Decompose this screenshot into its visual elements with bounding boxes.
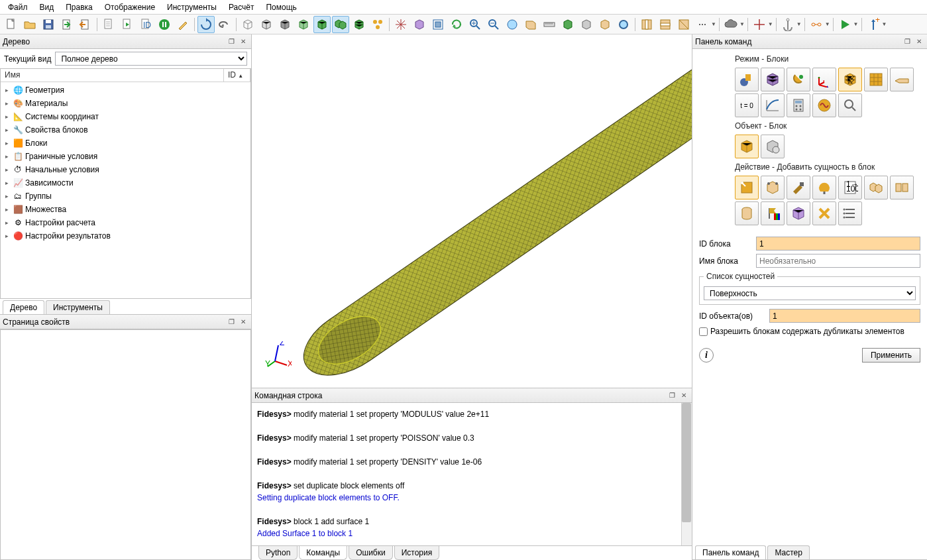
act-box-icon[interactable] <box>787 201 810 225</box>
perspective-icon[interactable] <box>411 16 428 33</box>
cmd-output[interactable]: Fidesys> modify material 1 set property … <box>252 403 692 545</box>
act-hammer-icon[interactable] <box>787 176 810 199</box>
dropdown7-icon[interactable]: ▼ <box>882 21 887 27</box>
info-icon[interactable]: i <box>699 348 714 363</box>
expander-icon[interactable]: ▸ <box>3 87 11 94</box>
dup-checkbox[interactable] <box>699 327 708 336</box>
tree-item-2[interactable]: ▸📐Системы координат <box>1 110 250 123</box>
act-flag-icon[interactable] <box>761 201 785 225</box>
crosshair-icon[interactable] <box>751 16 768 33</box>
dropdown5-icon[interactable]: ▼ <box>825 21 830 27</box>
obj-block-prop-icon[interactable] <box>761 135 785 158</box>
refresh-icon[interactable] <box>448 16 465 33</box>
act-list-icon[interactable] <box>838 201 862 225</box>
tree-item-11[interactable]: ▸🔴Настройки результатов <box>1 229 250 243</box>
tree-item-10[interactable]: ▸⚙Настройки расчета <box>1 216 250 229</box>
act-split-icon[interactable] <box>890 176 914 199</box>
mode-results-icon[interactable] <box>812 93 836 117</box>
save-file-icon[interactable] <box>40 16 57 33</box>
menu-help[interactable]: Помощь <box>260 1 301 13</box>
undock-icon[interactable]: ❐ <box>226 36 237 47</box>
act-add-icon[interactable] <box>735 176 759 199</box>
mode-blocks-icon[interactable] <box>838 68 862 91</box>
mode-ic-icon[interactable] <box>890 68 914 91</box>
tab-python[interactable]: Python <box>258 546 298 560</box>
cut2-icon[interactable] <box>657 16 674 33</box>
tree-item-6[interactable]: ▸⏱Начальные условия <box>1 163 250 176</box>
open-file-icon[interactable] <box>21 16 38 33</box>
undo-icon[interactable] <box>216 16 233 33</box>
expander-icon[interactable]: ▸ <box>3 206 11 213</box>
menu-calc[interactable]: Расчёт <box>223 1 260 13</box>
mode-bc-icon[interactable] <box>864 68 888 91</box>
mode-search-icon[interactable] <box>838 93 862 117</box>
entity-type-select[interactable]: Поверхность <box>704 286 916 300</box>
zoom-in-icon[interactable] <box>466 16 484 33</box>
undock3-icon[interactable]: ❐ <box>667 390 677 401</box>
points-icon[interactable] <box>369 16 386 33</box>
block-name-input[interactable] <box>756 254 920 268</box>
act-delete-icon[interactable] <box>812 201 836 225</box>
tree-item-0[interactable]: ▸🌐Геометрия <box>1 84 250 97</box>
meshed-icon[interactable] <box>351 16 368 33</box>
expander-icon[interactable]: ▸ <box>3 100 11 107</box>
cut3-icon[interactable] <box>675 16 692 33</box>
tree-col-name[interactable]: Имя <box>1 69 224 82</box>
transparent-icon[interactable] <box>295 16 312 33</box>
link-icon[interactable] <box>808 16 825 33</box>
tree-item-1[interactable]: ▸🎨Материалы <box>1 97 250 110</box>
ruler-icon[interactable] <box>541 16 558 33</box>
tab-wizard[interactable]: Мастер <box>767 545 810 559</box>
viewport-3d[interactable]: X Y Z <box>252 34 692 388</box>
run-icon[interactable] <box>836 16 853 33</box>
axis-z-icon[interactable]: +Z <box>865 16 882 33</box>
mode-cs-icon[interactable] <box>812 68 836 91</box>
mode-geometry-icon[interactable] <box>735 68 759 91</box>
play-icon[interactable] <box>119 16 136 33</box>
expander-icon[interactable]: ▸ <box>3 153 11 160</box>
dropdown4-icon[interactable]: ▼ <box>796 21 802 27</box>
box-persp-icon[interactable] <box>522 16 539 33</box>
act-cylinder-icon[interactable] <box>735 201 759 225</box>
export-icon[interactable] <box>58 16 76 33</box>
circle-icon[interactable] <box>615 16 632 33</box>
tree-col-id[interactable]: ID ▲ <box>224 69 250 82</box>
tree-item-4[interactable]: ▸🟧Блоки <box>1 137 250 150</box>
wireframe-icon[interactable] <box>239 16 256 33</box>
tab-tree[interactable]: Дерево <box>3 300 44 314</box>
expander-icon[interactable]: ▸ <box>3 113 11 121</box>
expander-icon[interactable]: ▸ <box>3 166 11 174</box>
act-cubes-icon[interactable] <box>864 176 888 199</box>
close-icon[interactable]: ✕ <box>238 36 248 47</box>
apply-button[interactable]: Применить <box>862 348 920 363</box>
tab-commands[interactable]: Команды <box>299 546 347 560</box>
cmd-scrollbar[interactable] <box>681 403 692 545</box>
cut1-icon[interactable] <box>638 16 655 33</box>
cloud-icon[interactable] <box>722 16 739 33</box>
undock4-icon[interactable]: ❐ <box>902 36 912 47</box>
edit-draw-icon[interactable] <box>174 16 191 33</box>
mode-dep-icon[interactable] <box>761 93 785 117</box>
menu-view[interactable]: Вид <box>34 1 60 13</box>
expander-icon[interactable]: ▸ <box>3 219 11 227</box>
dropdown3-icon[interactable]: ▼ <box>768 21 773 27</box>
tab-history[interactable]: История <box>394 546 440 560</box>
mode-t0-icon[interactable]: t = 0 <box>735 93 759 117</box>
act-paint-icon[interactable] <box>812 176 836 199</box>
mode-mesh-icon[interactable] <box>761 68 785 91</box>
menu-edit[interactable]: Правка <box>60 1 98 13</box>
expander-icon[interactable]: ▸ <box>3 140 11 147</box>
tree-view-select[interactable]: Полное дерево <box>55 52 247 66</box>
tab-tools[interactable]: Инструменты <box>46 300 110 314</box>
menu-file[interactable]: Файл <box>3 1 33 13</box>
play-id-icon[interactable]: ID <box>137 16 154 33</box>
undock2-icon[interactable]: ❐ <box>226 317 237 327</box>
dropdown2-icon[interactable]: ▼ <box>739 21 745 27</box>
act-cube-icon[interactable] <box>761 176 785 199</box>
expander-icon[interactable]: ▸ <box>3 127 11 134</box>
import-icon[interactable] <box>77 16 94 33</box>
mode-material-icon[interactable] <box>787 68 810 91</box>
hidden-line-icon[interactable] <box>258 16 275 33</box>
obj-block-icon[interactable] <box>735 135 759 158</box>
menu-display[interactable]: Отображение <box>99 1 160 13</box>
